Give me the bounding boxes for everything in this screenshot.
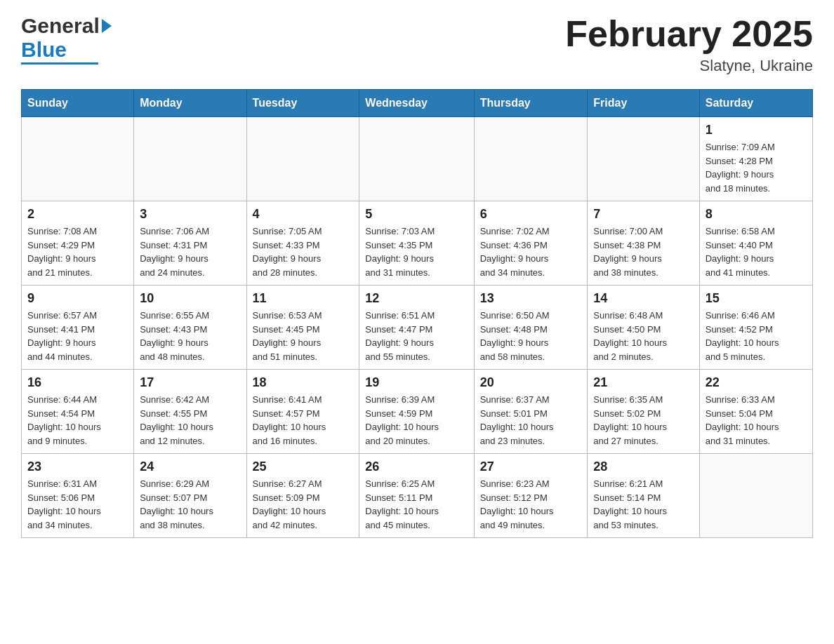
- header-sunday: Sunday: [22, 90, 134, 117]
- day-info: Sunrise: 6:44 AM Sunset: 4:54 PM Dayligh…: [27, 393, 128, 448]
- day-number: 23: [27, 459, 128, 474]
- day-number: 16: [27, 375, 128, 390]
- day-cell: [22, 117, 134, 201]
- day-cell: 17Sunrise: 6:42 AM Sunset: 4:55 PM Dayli…: [134, 370, 246, 454]
- day-number: 9: [27, 291, 128, 306]
- day-info: Sunrise: 7:00 AM Sunset: 4:38 PM Dayligh…: [593, 224, 693, 279]
- header-thursday: Thursday: [474, 90, 588, 117]
- calendar-table: Sunday Monday Tuesday Wednesday Thursday…: [21, 89, 813, 538]
- day-info: Sunrise: 7:02 AM Sunset: 4:36 PM Dayligh…: [480, 224, 582, 279]
- day-number: 19: [365, 375, 468, 390]
- day-cell: [474, 117, 588, 201]
- weekday-header-row: Sunday Monday Tuesday Wednesday Thursday…: [22, 90, 813, 117]
- day-info: Sunrise: 6:31 AM Sunset: 5:06 PM Dayligh…: [27, 477, 128, 532]
- day-cell: 8Sunrise: 6:58 AM Sunset: 4:40 PM Daylig…: [699, 201, 812, 286]
- day-number: 20: [480, 375, 582, 390]
- day-number: 3: [140, 207, 240, 222]
- day-number: 6: [480, 207, 582, 222]
- day-cell: 12Sunrise: 6:51 AM Sunset: 4:47 PM Dayli…: [359, 286, 474, 370]
- day-cell: 20Sunrise: 6:37 AM Sunset: 5:01 PM Dayli…: [474, 370, 588, 454]
- day-cell: 28Sunrise: 6:21 AM Sunset: 5:14 PM Dayli…: [588, 454, 699, 538]
- day-info: Sunrise: 7:03 AM Sunset: 4:35 PM Dayligh…: [365, 224, 468, 279]
- day-number: 21: [593, 375, 693, 390]
- day-number: 28: [593, 459, 693, 474]
- day-info: Sunrise: 6:51 AM Sunset: 4:47 PM Dayligh…: [365, 309, 468, 363]
- day-info: Sunrise: 6:42 AM Sunset: 4:55 PM Dayligh…: [140, 393, 240, 448]
- day-number: 25: [253, 459, 354, 474]
- day-number: 4: [253, 207, 354, 222]
- day-info: Sunrise: 6:58 AM Sunset: 4:40 PM Dayligh…: [706, 224, 807, 279]
- day-number: 15: [706, 291, 807, 306]
- day-info: Sunrise: 6:46 AM Sunset: 4:52 PM Dayligh…: [706, 309, 807, 363]
- day-info: Sunrise: 7:09 AM Sunset: 4:28 PM Dayligh…: [706, 140, 807, 195]
- day-number: 27: [480, 459, 582, 474]
- day-cell: [134, 117, 246, 201]
- day-cell: 4Sunrise: 7:05 AM Sunset: 4:33 PM Daylig…: [246, 201, 359, 286]
- day-info: Sunrise: 6:21 AM Sunset: 5:14 PM Dayligh…: [593, 477, 693, 532]
- day-cell: 13Sunrise: 6:50 AM Sunset: 4:48 PM Dayli…: [474, 286, 588, 370]
- day-info: Sunrise: 6:41 AM Sunset: 4:57 PM Dayligh…: [253, 393, 354, 448]
- title-section: February 2025 Slatyne, Ukraine: [565, 14, 813, 75]
- day-cell: 2Sunrise: 7:08 AM Sunset: 4:29 PM Daylig…: [22, 201, 134, 286]
- day-cell: 14Sunrise: 6:48 AM Sunset: 4:50 PM Dayli…: [588, 286, 699, 370]
- week-row-4: 16Sunrise: 6:44 AM Sunset: 4:54 PM Dayli…: [22, 370, 813, 454]
- header-monday: Monday: [134, 90, 246, 117]
- day-number: 26: [365, 459, 468, 474]
- logo-general-text: General: [21, 14, 100, 38]
- day-info: Sunrise: 6:25 AM Sunset: 5:11 PM Dayligh…: [365, 477, 468, 532]
- day-info: Sunrise: 6:55 AM Sunset: 4:43 PM Dayligh…: [140, 309, 240, 363]
- day-info: Sunrise: 6:53 AM Sunset: 4:45 PM Dayligh…: [253, 309, 354, 363]
- day-info: Sunrise: 7:08 AM Sunset: 4:29 PM Dayligh…: [27, 224, 128, 279]
- day-number: 17: [140, 375, 240, 390]
- day-cell: 15Sunrise: 6:46 AM Sunset: 4:52 PM Dayli…: [699, 286, 812, 370]
- day-cell: 5Sunrise: 7:03 AM Sunset: 4:35 PM Daylig…: [359, 201, 474, 286]
- header-saturday: Saturday: [699, 90, 812, 117]
- day-cell: 25Sunrise: 6:27 AM Sunset: 5:09 PM Dayli…: [246, 454, 359, 538]
- day-info: Sunrise: 6:27 AM Sunset: 5:09 PM Dayligh…: [253, 477, 354, 532]
- header-tuesday: Tuesday: [246, 90, 359, 117]
- day-info: Sunrise: 7:06 AM Sunset: 4:31 PM Dayligh…: [140, 224, 240, 279]
- day-number: 14: [593, 291, 693, 306]
- day-number: 5: [365, 207, 468, 222]
- day-info: Sunrise: 6:33 AM Sunset: 5:04 PM Dayligh…: [706, 393, 807, 448]
- day-cell: 6Sunrise: 7:02 AM Sunset: 4:36 PM Daylig…: [474, 201, 588, 286]
- day-cell: 18Sunrise: 6:41 AM Sunset: 4:57 PM Dayli…: [246, 370, 359, 454]
- day-cell: 23Sunrise: 6:31 AM Sunset: 5:06 PM Dayli…: [22, 454, 134, 538]
- day-cell: 3Sunrise: 7:06 AM Sunset: 4:31 PM Daylig…: [134, 201, 246, 286]
- day-number: 2: [27, 207, 128, 222]
- day-cell: 11Sunrise: 6:53 AM Sunset: 4:45 PM Dayli…: [246, 286, 359, 370]
- month-title: February 2025: [565, 14, 813, 54]
- day-cell: 1Sunrise: 7:09 AM Sunset: 4:28 PM Daylig…: [699, 117, 812, 201]
- day-cell: 9Sunrise: 6:57 AM Sunset: 4:41 PM Daylig…: [22, 286, 134, 370]
- header-wednesday: Wednesday: [359, 90, 474, 117]
- day-number: 10: [140, 291, 240, 306]
- day-cell: [246, 117, 359, 201]
- day-cell: [699, 454, 812, 538]
- day-info: Sunrise: 6:23 AM Sunset: 5:12 PM Dayligh…: [480, 477, 582, 532]
- day-cell: 16Sunrise: 6:44 AM Sunset: 4:54 PM Dayli…: [22, 370, 134, 454]
- day-number: 13: [480, 291, 582, 306]
- day-info: Sunrise: 6:37 AM Sunset: 5:01 PM Dayligh…: [480, 393, 582, 448]
- day-cell: [359, 117, 474, 201]
- week-row-3: 9Sunrise: 6:57 AM Sunset: 4:41 PM Daylig…: [22, 286, 813, 370]
- day-number: 7: [593, 207, 693, 222]
- logo-arrow-icon: [102, 19, 112, 33]
- day-cell: 10Sunrise: 6:55 AM Sunset: 4:43 PM Dayli…: [134, 286, 246, 370]
- location-title: Slatyne, Ukraine: [565, 57, 813, 75]
- day-number: 8: [706, 207, 807, 222]
- day-number: 22: [706, 375, 807, 390]
- day-info: Sunrise: 6:35 AM Sunset: 5:02 PM Dayligh…: [593, 393, 693, 448]
- day-info: Sunrise: 7:05 AM Sunset: 4:33 PM Dayligh…: [253, 224, 354, 279]
- day-cell: 24Sunrise: 6:29 AM Sunset: 5:07 PM Dayli…: [134, 454, 246, 538]
- day-number: 24: [140, 459, 240, 474]
- logo-blue-text: Blue: [21, 38, 67, 62]
- page-header: General Blue February 2025 Slatyne, Ukra…: [21, 14, 813, 75]
- day-number: 18: [253, 375, 354, 390]
- week-row-5: 23Sunrise: 6:31 AM Sunset: 5:06 PM Dayli…: [22, 454, 813, 538]
- day-number: 12: [365, 291, 468, 306]
- week-row-1: 1Sunrise: 7:09 AM Sunset: 4:28 PM Daylig…: [22, 117, 813, 201]
- day-info: Sunrise: 6:48 AM Sunset: 4:50 PM Dayligh…: [593, 309, 693, 363]
- logo-underline: [21, 62, 98, 65]
- day-cell: 22Sunrise: 6:33 AM Sunset: 5:04 PM Dayli…: [699, 370, 812, 454]
- day-cell: 27Sunrise: 6:23 AM Sunset: 5:12 PM Dayli…: [474, 454, 588, 538]
